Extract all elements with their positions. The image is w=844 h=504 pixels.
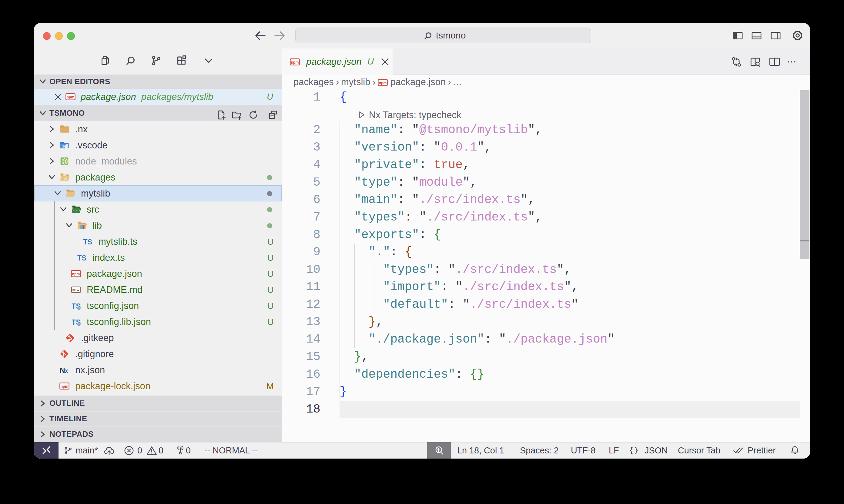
svg-text:JS: JS <box>63 160 67 163</box>
svg-text:</>: </> <box>73 209 80 213</box>
svg-text:*: * <box>78 307 80 310</box>
svg-text:N: N <box>60 366 65 374</box>
svg-text:npm: npm <box>379 81 387 85</box>
svg-text:TS: TS <box>83 238 92 246</box>
svg-text:M: M <box>72 288 76 292</box>
svg-text:npm: npm <box>61 384 69 389</box>
svg-text:npm: npm <box>72 272 80 276</box>
svg-text:x: x <box>65 367 68 374</box>
svg-text:TS: TS <box>77 254 86 262</box>
svg-text:npm: npm <box>291 60 299 65</box>
svg-text:*: * <box>78 323 80 326</box>
